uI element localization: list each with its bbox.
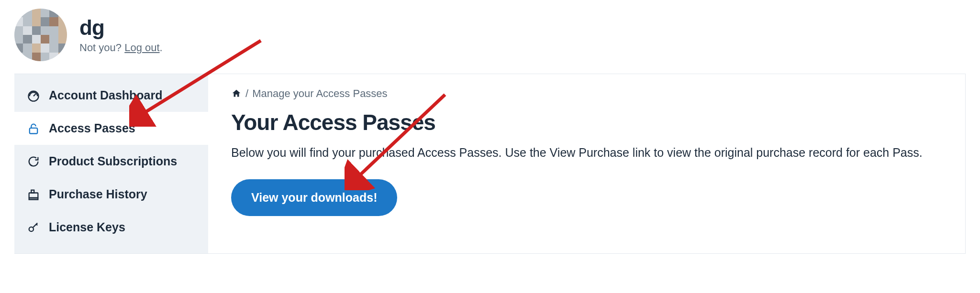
svg-rect-3 <box>31 190 34 193</box>
home-icon[interactable] <box>231 88 242 99</box>
user-header: dg Not you? Log out. <box>14 9 966 61</box>
sidebar-item-license-keys[interactable]: License Keys <box>14 211 208 244</box>
view-downloads-button[interactable]: View your downloads! <box>231 179 397 216</box>
breadcrumb-current: Manage your Access Passes <box>252 87 387 100</box>
unlock-icon <box>27 122 40 135</box>
logout-link[interactable]: Log out <box>124 42 159 54</box>
sidebar-item-label: License Keys <box>49 220 125 234</box>
account-panel: Account Dashboard Access Passes Pro <box>14 74 966 254</box>
sidebar-nav: Account Dashboard Access Passes Pro <box>14 74 208 253</box>
breadcrumb: / Manage your Access Passes <box>231 87 942 100</box>
avatar <box>14 9 67 61</box>
sidebar-item-product-subscriptions[interactable]: Product Subscriptions <box>14 145 208 178</box>
refresh-icon <box>27 155 40 168</box>
svg-point-4 <box>29 227 33 231</box>
sidebar-item-label: Access Passes <box>49 121 135 135</box>
page-description: Below you will find your purchased Acces… <box>231 144 942 161</box>
breadcrumb-sep: / <box>245 87 248 100</box>
username: dg <box>79 16 163 40</box>
not-you-prefix: Not you? <box>79 42 124 54</box>
svg-rect-1 <box>30 128 37 133</box>
sidebar-item-purchase-history[interactable]: Purchase History <box>14 178 208 211</box>
sidebar-item-access-passes[interactable]: Access Passes <box>14 112 208 145</box>
key-icon <box>27 221 40 234</box>
not-you-line: Not you? Log out. <box>79 42 163 54</box>
sidebar-item-label: Account Dashboard <box>49 88 163 102</box>
dashboard-icon <box>27 89 40 102</box>
main-content: / Manage your Access Passes Your Access … <box>208 74 965 253</box>
user-meta: dg Not you? Log out. <box>79 16 163 54</box>
sidebar-item-label: Purchase History <box>49 187 147 201</box>
sidebar-item-account-dashboard[interactable]: Account Dashboard <box>14 79 208 112</box>
cash-register-icon <box>27 188 40 201</box>
svg-rect-2 <box>29 193 38 198</box>
page-title: Your Access Passes <box>231 109 942 135</box>
page-root: dg Not you? Log out. Account Dashboard <box>0 0 980 254</box>
sidebar-item-label: Product Subscriptions <box>49 154 177 168</box>
